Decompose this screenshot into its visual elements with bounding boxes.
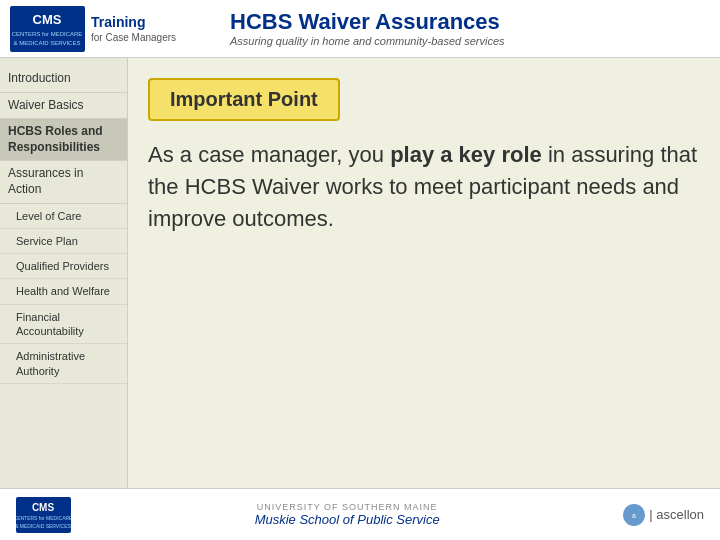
footer-cms: CMS CENTERS for MEDICARE & MEDICAID SERV… [16, 497, 71, 533]
ascellon-logo: a | ascellon [623, 504, 704, 526]
sidebar: Introduction Waiver Basics HCBS Roles an… [0, 58, 128, 488]
footer-usm-label: UNIVERSITY OF SOUTHERN MAINE [255, 502, 440, 512]
ascellon-icon-svg: a [627, 508, 641, 522]
content-text-bold: play a key role [390, 142, 542, 167]
cms-training-text: Training for Case Managers [91, 13, 176, 44]
cms-logo: CMS CENTERS for MEDICARE & MEDICAID SERV… [10, 6, 176, 52]
sidebar-item-assurances-action[interactable]: Assurances in Action [0, 161, 127, 203]
content-text: As a case manager, you play a key role i… [148, 139, 700, 235]
svg-text:& MEDICAID SERVICES: & MEDICAID SERVICES [14, 40, 81, 46]
important-point-box: Important Point [148, 78, 340, 121]
header-right: HCBS Waiver Assurances Assuring quality … [210, 10, 710, 46]
svg-text:CMS: CMS [33, 12, 62, 27]
sidebar-item-waiver-basics[interactable]: Waiver Basics [0, 93, 127, 120]
content-area: Important Point As a case manager, you p… [128, 58, 720, 488]
svg-text:& MEDICAID SERVICES: & MEDICAID SERVICES [16, 523, 71, 529]
svg-text:CMS: CMS [32, 502, 55, 513]
sidebar-item-service-plan[interactable]: Service Plan [0, 229, 127, 254]
training-label: Training [91, 13, 176, 31]
sidebar-item-level-of-care[interactable]: Level of Care [0, 204, 127, 229]
main-layout: Introduction Waiver Basics HCBS Roles an… [0, 58, 720, 488]
sidebar-item-financial-accountability[interactable]: Financial Accountability [0, 305, 127, 345]
training-subtitle: for Case Managers [91, 31, 176, 44]
sidebar-item-administrative-authority[interactable]: Administrative Authority [0, 344, 127, 384]
hcbs-subtitle: Assuring quality in home and community-b… [230, 35, 710, 47]
sidebar-item-qualified-providers[interactable]: Qualified Providers [0, 254, 127, 279]
footer: CMS CENTERS for MEDICARE & MEDICAID SERV… [0, 488, 720, 540]
footer-cms-logo-svg: CMS CENTERS for MEDICARE & MEDICAID SERV… [16, 497, 71, 533]
sidebar-item-introduction[interactable]: Introduction [0, 66, 127, 93]
svg-text:a: a [632, 512, 636, 519]
footer-muskie-label: Muskie School of Public Service [255, 512, 440, 527]
ascellon-icon: a [623, 504, 645, 526]
header-left: CMS CENTERS for MEDICARE & MEDICAID SERV… [10, 6, 210, 52]
ascellon-label: | ascellon [649, 507, 704, 522]
svg-text:CENTERS for MEDICARE: CENTERS for MEDICARE [16, 515, 71, 521]
content-text-part1: As a case manager, you [148, 142, 390, 167]
svg-text:CENTERS for MEDICARE: CENTERS for MEDICARE [12, 31, 83, 37]
footer-right: a | ascellon [623, 504, 704, 526]
footer-center: UNIVERSITY OF SOUTHERN MAINE Muskie Scho… [255, 502, 440, 527]
cms-logo-svg: CMS CENTERS for MEDICARE & MEDICAID SERV… [10, 6, 85, 52]
header: CMS CENTERS for MEDICARE & MEDICAID SERV… [0, 0, 720, 58]
sidebar-item-hcbs-roles[interactable]: HCBS Roles and Responsibilities [0, 119, 127, 161]
hcbs-title: HCBS Waiver Assurances [230, 10, 710, 34]
sidebar-item-health-welfare[interactable]: Health and Welfare [0, 279, 127, 304]
